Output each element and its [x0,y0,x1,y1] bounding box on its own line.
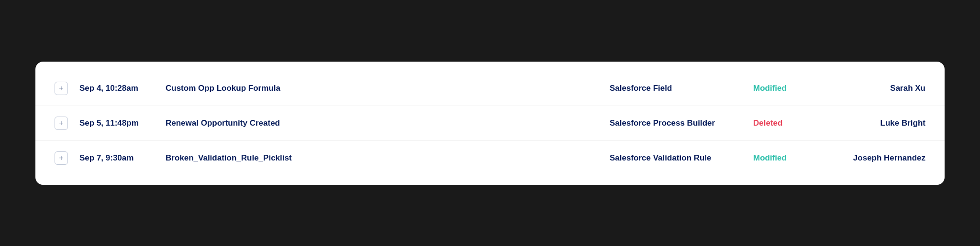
type-cell: Salesforce Process Builder [610,118,753,128]
expand-button-3[interactable]: + [55,151,68,165]
type-cell: Salesforce Field [610,84,753,93]
name-cell: Broken_Validation_Rule_Picklist [166,153,610,163]
expand-button-1[interactable]: + [55,82,68,95]
table-row: + Sep 4, 10:28am Custom Opp Lookup Formu… [35,71,945,106]
expand-button-2[interactable]: + [55,117,68,130]
status-badge: Modified [753,84,820,93]
table-row: + Sep 5, 11:48pm Renewal Opportunity Cre… [35,106,945,141]
date-cell: Sep 5, 11:48pm [79,118,166,128]
audit-log-card: + Sep 4, 10:28am Custom Opp Lookup Formu… [35,62,945,185]
user-cell: Luke Bright [820,118,925,128]
name-cell: Renewal Opportunity Created [166,118,610,128]
type-cell: Salesforce Validation Rule [610,153,753,163]
date-cell: Sep 4, 10:28am [79,84,166,93]
user-cell: Joseph Hernandez [820,153,925,163]
name-cell: Custom Opp Lookup Formula [166,84,610,93]
user-cell: Sarah Xu [820,84,925,93]
status-badge: Deleted [753,118,820,128]
status-badge: Modified [753,153,820,163]
date-cell: Sep 7, 9:30am [79,153,166,163]
table-row: + Sep 7, 9:30am Broken_Validation_Rule_P… [35,141,945,175]
